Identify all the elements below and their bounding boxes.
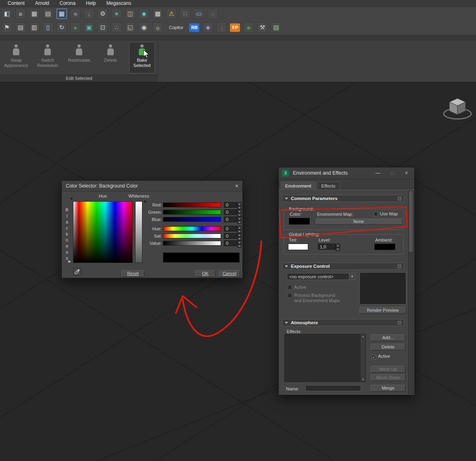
environment-titlebar[interactable]: 3 Environment and Effects — □ ×: [279, 167, 414, 179]
pointer-star-icon[interactable]: ◆: [139, 8, 149, 19]
gear-arrow-icon[interactable]: ⚙: [98, 8, 108, 19]
spinner-arrows[interactable]: ▴▾: [237, 226, 242, 232]
delete-button[interactable]: Delete: [371, 344, 405, 350]
render-preview-button[interactable]: Render Preview: [359, 307, 406, 314]
hue-blackness-gradient[interactable]: [73, 201, 133, 263]
color-selector-titlebar[interactable]: Color Selector: Background Color ×: [62, 181, 242, 192]
checkbox-icon[interactable]: [288, 285, 292, 290]
reset-button[interactable]: Reset: [121, 270, 144, 277]
spinner-arrows[interactable]: ▴ ▾: [336, 244, 340, 250]
spinner-arrows[interactable]: ▴▾: [237, 209, 242, 216]
tab-effects[interactable]: Effects: [317, 181, 340, 190]
dot-circle-icon[interactable]: ◌: [207, 8, 218, 19]
checkbox-icon[interactable]: [374, 212, 378, 216]
menu-help[interactable]: Help: [81, 0, 101, 7]
rollout-pin-icon[interactable]: [398, 265, 401, 268]
ribbon-tool-resimulate[interactable]: Resimulate: [66, 42, 92, 73]
rollout-atmosphere[interactable]: Atmosphere: [282, 319, 404, 326]
spin-up-icon[interactable]: ▴: [336, 244, 340, 247]
menu-corona[interactable]: Corona: [54, 0, 81, 7]
slider-sat[interactable]: [163, 234, 221, 238]
ribbon-tool-switch-resolution[interactable]: Switch Resolution: [35, 42, 61, 73]
rollout-pin-icon[interactable]: [398, 197, 401, 200]
table-view-icon[interactable]: ▦: [29, 8, 40, 19]
spinner-arrows[interactable]: ▴▾: [237, 233, 242, 240]
image-icon[interactable]: ▣: [84, 22, 94, 33]
chevron-down-icon[interactable]: ▼: [349, 273, 355, 280]
slider-red[interactable]: [163, 202, 221, 207]
add-button[interactable]: Add...: [371, 334, 405, 341]
rollout-common-parameters[interactable]: Common Parameters: [282, 195, 404, 202]
device-icon[interactable]: ▯: [43, 22, 53, 33]
spinner-arrows[interactable]: ▴▾: [237, 240, 242, 247]
window-copy-icon[interactable]: ◱: [125, 22, 136, 33]
ok-button[interactable]: OK: [195, 270, 215, 277]
rb-button[interactable]: RB: [189, 23, 199, 32]
tint-swatch[interactable]: [288, 244, 308, 250]
book-icon[interactable]: ▤: [15, 22, 26, 33]
ruler-icon[interactable]: ▭: [194, 8, 204, 19]
effects-list[interactable]: ▲ ▼: [284, 334, 366, 382]
globe-icon[interactable]: ●: [70, 22, 81, 33]
move-up-button[interactable]: Move Up: [371, 366, 405, 373]
screen-icon[interactable]: ⊡: [98, 22, 108, 33]
flag-icon[interactable]: ⚑: [2, 22, 12, 33]
move-down-button[interactable]: Move Down: [371, 374, 405, 381]
scroll-up-icon[interactable]: ▲: [362, 335, 364, 338]
import-download-icon[interactable]: ↓: [84, 8, 94, 19]
render-table-icon[interactable]: ◫: [125, 8, 136, 19]
atmosphere-active-checkbox[interactable]: ✓Active: [372, 354, 390, 359]
spinner-sat[interactable]: 0▴▾: [224, 233, 237, 239]
menu-content[interactable]: Content: [2, 0, 30, 7]
view-gizmo[interactable]: [441, 95, 474, 123]
exposure-active-checkbox[interactable]: Active: [288, 285, 306, 290]
viewport-config-icon[interactable]: ◧: [2, 8, 12, 19]
lightbulb-icon[interactable]: ☼: [152, 22, 163, 33]
curve-editor-icon[interactable]: ≈: [70, 8, 81, 19]
warning-icon[interactable]: ⚠: [166, 8, 177, 19]
spin-down-icon[interactable]: ▾: [336, 247, 340, 251]
merge-button[interactable]: Merge: [371, 385, 405, 392]
tree-icon[interactable]: ♣: [243, 22, 254, 33]
key-tool-icon[interactable]: ∗: [111, 8, 122, 19]
node-graph-icon[interactable]: ∴: [111, 22, 122, 33]
process-background-checkbox[interactable]: Process Background and Environment Maps: [288, 293, 340, 303]
cancel-button[interactable]: Cancel: [219, 270, 240, 277]
ribbon-tool-swap-appearance[interactable]: Swap Appearance: [3, 42, 29, 73]
close-icon[interactable]: ×: [405, 170, 408, 176]
ribbon-tool-bake-selected[interactable]: Bake Selected: [129, 42, 155, 73]
spinner-arrows[interactable]: ▴▾: [237, 217, 242, 223]
rollout-exposure-control[interactable]: Exposure Control: [282, 263, 404, 270]
slider-green[interactable]: [163, 210, 221, 215]
environment-map-button[interactable]: None: [315, 219, 403, 225]
menu-megascans[interactable]: Megascans: [101, 0, 136, 7]
list-scrollbar[interactable]: ▲ ▼: [360, 334, 365, 382]
tab-environment[interactable]: Environment: [281, 181, 316, 190]
slider-hue[interactable]: [163, 226, 221, 231]
list-green-icon[interactable]: ▤: [271, 22, 281, 33]
camera-view-icon[interactable]: ◉: [139, 22, 149, 33]
layer-manager-icon[interactable]: ▤: [43, 8, 53, 19]
ribbon-tool-delete[interactable]: Delete: [98, 42, 123, 73]
exposure-control-dropdown[interactable]: <no exposure control> ▼: [287, 273, 355, 280]
spinner-blue[interactable]: 0▴▾: [224, 217, 237, 222]
diamond-tool-icon[interactable]: ◈: [203, 22, 213, 33]
reset-loop-icon[interactable]: ↻: [56, 22, 67, 33]
spinner-value[interactable]: 0▴▾: [224, 240, 237, 246]
fp-button[interactable]: FP: [230, 23, 240, 32]
use-map-checkbox[interactable]: Use Map: [374, 211, 398, 216]
dot-grid-icon[interactable]: ∷: [180, 8, 190, 19]
menu-arnold[interactable]: Arnold: [30, 0, 54, 7]
scrollbar-thumb[interactable]: [409, 191, 413, 252]
drop-arrow-icon[interactable]: ↓: [216, 22, 227, 33]
spinner-green[interactable]: 0▴▾: [224, 209, 237, 215]
minimize-icon[interactable]: —: [376, 170, 380, 176]
align-list-icon[interactable]: ≡: [15, 8, 26, 19]
checkbox-checked-icon[interactable]: ✓: [372, 355, 376, 359]
eyedropper-button[interactable]: [73, 268, 81, 275]
ambient-swatch[interactable]: [374, 244, 395, 250]
copitor-button[interactable]: Copitor: [166, 25, 186, 30]
name-input[interactable]: [305, 385, 361, 391]
rollout-pin-icon[interactable]: [398, 321, 401, 325]
spinner-red[interactable]: 0▴▾: [224, 202, 237, 208]
